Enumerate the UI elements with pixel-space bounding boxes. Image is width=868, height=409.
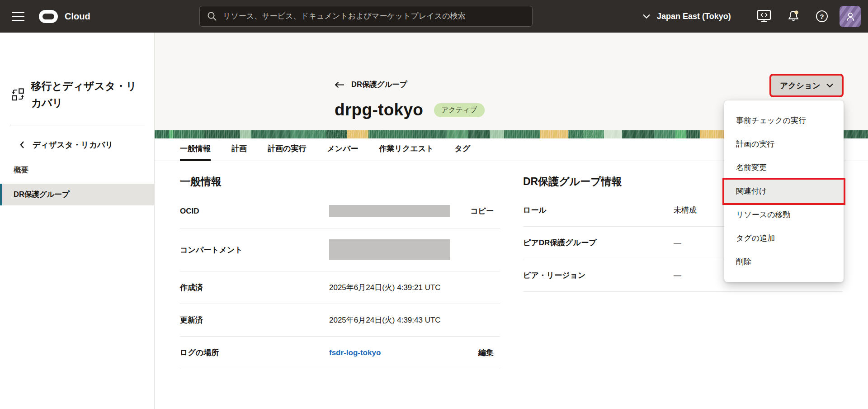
actions-button-label: アクション [780, 80, 821, 91]
chevron-down-icon [826, 83, 833, 88]
copy-button[interactable]: コピー [470, 206, 500, 216]
oracle-o-icon [39, 10, 58, 23]
info-label: コンパートメント [180, 245, 329, 255]
sidebar-divider [10, 125, 145, 125]
info-row: ログの場所fsdr-log-tokyo編集 [180, 337, 500, 369]
back-arrow-icon [335, 81, 344, 88]
tab-plan-executions[interactable]: 計画の実行 [268, 138, 306, 161]
breadcrumb-label: DR保護グループ [351, 80, 407, 90]
info-label: OCID [180, 207, 329, 216]
general-info-section: 一般情報 OCIDコピーコンパートメント作成済2025年6月24日(火) 4:3… [180, 175, 500, 369]
cloud-shell-icon[interactable] [754, 0, 774, 33]
actions-menu-item-add-tags[interactable]: タグの追加 [724, 227, 844, 250]
actions-menu-item-rename[interactable]: 名前変更 [724, 156, 844, 180]
actions-menu-item-delete[interactable]: 削除 [724, 250, 844, 274]
actions-button[interactable]: アクション [771, 76, 842, 95]
actions-menu-item-move-resource[interactable]: リソースの移動 [724, 203, 844, 227]
info-row: コンパートメント [180, 228, 500, 271]
actions-menu-item-execute-plan[interactable]: 計画の実行 [724, 133, 844, 156]
edit-button[interactable]: 編集 [478, 347, 500, 358]
app-header: 移行とディザスタ・リカバリ [11, 78, 147, 111]
info-value: 2025年6月24日(火) 4:39:21 UTC [329, 282, 500, 293]
info-label: ピアDR保護グループ [523, 238, 674, 248]
info-label: ピア・リージョン [523, 270, 674, 281]
actions-menu-item-associate[interactable]: 関連付け [724, 180, 844, 203]
migration-icon [11, 88, 24, 101]
breadcrumb[interactable]: DR保護グループ [335, 80, 407, 90]
info-value: 2025年6月24日(火) 4:39:43 UTC [329, 315, 500, 325]
svg-text:?: ? [820, 13, 824, 20]
info-label: 作成済 [180, 282, 329, 293]
notifications-bell-icon[interactable] [783, 0, 803, 33]
actions-dropdown-menu: 事前チェックの実行計画の実行名前変更関連付けリソースの移動タグの追加削除 [724, 100, 844, 282]
info-label: ロール [523, 205, 674, 215]
app-title: 移行とディザスタ・リカバリ [31, 78, 147, 111]
sidebar-item-dr-protection-groups[interactable]: DR保護グループ [0, 184, 155, 205]
tab-general-info[interactable]: 一般情報 [180, 138, 211, 161]
sidebar-back-label: ディザスタ・リカバリ [33, 139, 113, 150]
info-value [329, 205, 470, 217]
info-row: OCIDコピー [180, 194, 500, 228]
sidebar-nav-list: 概要DR保護グループ [0, 160, 155, 209]
info-row: 作成済2025年6月24日(火) 4:39:21 UTC [180, 271, 500, 304]
page-title: drpg-tokyo [335, 100, 423, 119]
global-search-bar[interactable] [199, 6, 533, 27]
region-label: Japan East (Tokyo) [657, 12, 731, 21]
log-location-link[interactable]: fsdr-log-tokyo [329, 348, 381, 357]
info-value: fsdr-log-tokyo [329, 348, 478, 357]
redacted-value [329, 239, 450, 260]
top-header: Cloud Japan East (Tokyo) ? [0, 0, 868, 33]
help-icon[interactable]: ? [812, 0, 832, 33]
notification-badge [794, 10, 798, 14]
title-row: drpg-tokyo アクティブ [335, 100, 485, 119]
brand-label: Cloud [65, 11, 90, 22]
info-value [329, 239, 500, 260]
search-input[interactable] [223, 12, 525, 21]
status-badge: アクティブ [434, 103, 484, 117]
person-icon [845, 12, 855, 22]
user-avatar[interactable] [840, 6, 861, 27]
info-label: 更新済 [180, 315, 329, 325]
general-info-rows: OCIDコピーコンパートメント作成済2025年6月24日(火) 4:39:21 … [180, 194, 500, 369]
tab-work-requests[interactable]: 作業リクエスト [379, 138, 434, 161]
tab-plans[interactable]: 計画 [231, 138, 247, 161]
tab-tags[interactable]: タグ [455, 138, 471, 161]
chevron-down-icon [643, 14, 650, 19]
search-icon [207, 11, 217, 21]
chevron-left-icon [20, 141, 24, 149]
section-heading: 一般情報 [180, 175, 500, 189]
redacted-value [329, 205, 450, 217]
left-sidebar: 移行とディザスタ・リカバリ ディザスタ・リカバリ 概要DR保護グループ [0, 33, 155, 409]
oracle-cloud-logo[interactable]: Cloud [39, 0, 90, 33]
info-label: ログの場所 [180, 347, 329, 358]
hamburger-menu-icon[interactable] [12, 10, 27, 23]
sidebar-back-link[interactable]: ディザスタ・リカバリ [20, 139, 113, 150]
actions-menu-item-run-prechecks[interactable]: 事前チェックの実行 [724, 109, 844, 133]
region-selector[interactable]: Japan East (Tokyo) [643, 0, 731, 33]
info-row: 更新済2025年6月24日(火) 4:39:43 UTC [180, 304, 500, 337]
tab-members[interactable]: メンバー [327, 138, 358, 161]
sidebar-item-overview[interactable]: 概要 [0, 160, 155, 180]
